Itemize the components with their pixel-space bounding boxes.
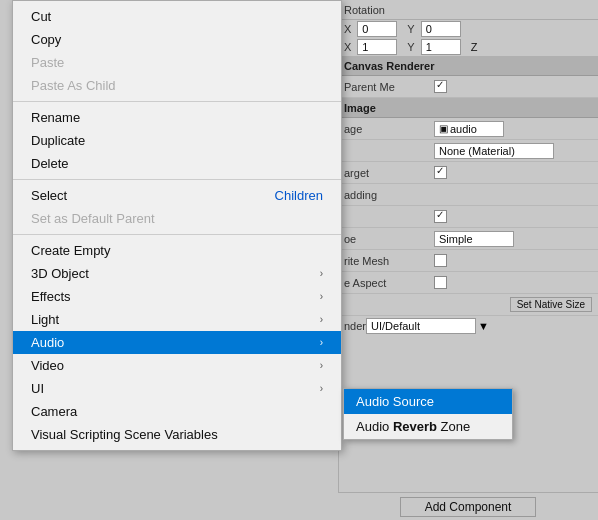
type-label: oe: [344, 233, 434, 245]
image-row: age ▣ audio: [338, 118, 598, 140]
menu-label-camera: Camera: [31, 404, 77, 419]
menu-item-delete[interactable]: Delete: [13, 152, 341, 175]
padding-row: adding: [338, 184, 598, 206]
ui-default-row: nder UI/Default ▼: [338, 316, 598, 336]
material-value[interactable]: None (Material): [434, 143, 554, 159]
context-menu: CutCopyPastePaste As ChildRenameDuplicat…: [12, 0, 342, 451]
coord-row-1: X 0 Y 0: [338, 20, 598, 38]
menu-item-select-children[interactable]: Select Children: [13, 184, 341, 207]
menu-item-cut[interactable]: Cut: [13, 5, 341, 28]
menu-label-cut: Cut: [31, 9, 51, 24]
menu-item-audio[interactable]: Audio›: [13, 331, 341, 354]
parent-mesh-label: Parent Me: [344, 81, 434, 93]
image-value[interactable]: ▣ audio: [434, 121, 504, 137]
z-label: Z: [471, 41, 478, 53]
y-label-1: Y: [407, 23, 414, 35]
ui-default-label: nder: [344, 320, 366, 332]
menu-item-camera[interactable]: Camera: [13, 400, 341, 423]
menu-item-visual-scripting[interactable]: Visual Scripting Scene Variables: [13, 423, 341, 446]
menu-item-effects[interactable]: Effects›: [13, 285, 341, 308]
target-checkbox[interactable]: [434, 166, 447, 179]
image-label: age: [344, 123, 434, 135]
menu-item-rename[interactable]: Rename: [13, 106, 341, 129]
select-blue-label: Children: [275, 188, 323, 203]
submenu-arrow-icon: ›: [320, 314, 323, 325]
submenu-arrow-icon: ›: [320, 291, 323, 302]
use-aspect-row: e Aspect: [338, 272, 598, 294]
add-component-button[interactable]: Add Component: [400, 497, 537, 517]
checkbox-2[interactable]: [434, 210, 447, 223]
set-native-size-button[interactable]: Set Native Size: [510, 297, 592, 312]
y-value-2[interactable]: 1: [421, 39, 461, 55]
canvas-renderer-header: Canvas Renderer: [338, 56, 598, 76]
set-native-row: Set Native Size: [338, 294, 598, 316]
x-value-2[interactable]: 1: [357, 39, 397, 55]
reverb-label: Reverb: [393, 419, 437, 434]
submenu-arrow-icon: ›: [320, 360, 323, 371]
audio-submenu-item-audio-source[interactable]: Audio Source: [344, 389, 512, 414]
menu-item-create-empty[interactable]: Create Empty: [13, 239, 341, 262]
audio-submenu-item-audio-reverb-zone[interactable]: Audio Reverb Zone: [344, 414, 512, 439]
menu-label-create-empty: Create Empty: [31, 243, 110, 258]
x-label-2: X: [344, 41, 351, 53]
menu-separator: [13, 101, 341, 102]
add-component-row: Add Component: [338, 492, 598, 520]
y-value-1[interactable]: 0: [421, 21, 461, 37]
menu-separator: [13, 234, 341, 235]
write-mesh-checkbox[interactable]: [434, 254, 447, 267]
menu-item-set-default-parent: Set as Default Parent: [13, 207, 341, 230]
y-label-2: Y: [407, 41, 414, 53]
menu-label-duplicate: Duplicate: [31, 133, 85, 148]
padding-label: adding: [344, 189, 434, 201]
submenu-arrow-icon: ›: [320, 383, 323, 394]
use-aspect-checkbox[interactable]: [434, 276, 447, 289]
menu-item-duplicate[interactable]: Duplicate: [13, 129, 341, 152]
set-default-label: Set as Default Parent: [31, 211, 155, 226]
menu-label-delete: Delete: [31, 156, 69, 171]
menu-label-light: Light: [31, 312, 59, 327]
menu-label-rename: Rename: [31, 110, 80, 125]
audio-submenu: Audio SourceAudio Reverb Zone: [343, 388, 513, 440]
image-section-header: Image: [338, 98, 598, 118]
menu-item-video[interactable]: Video›: [13, 354, 341, 377]
rotation-row: Rotation: [338, 0, 598, 20]
type-value[interactable]: Simple: [434, 231, 514, 247]
material-row: None (Material): [338, 140, 598, 162]
menu-item-3d-object[interactable]: 3D Object›: [13, 262, 341, 285]
ui-default-value[interactable]: UI/Default: [366, 318, 476, 334]
menu-label-audio: Audio: [31, 335, 64, 350]
menu-label-ui: UI: [31, 381, 44, 396]
submenu-arrow-icon: ›: [320, 268, 323, 279]
menu-label-copy: Copy: [31, 32, 61, 47]
parent-mesh-row: Parent Me: [338, 76, 598, 98]
menu-label-effects: Effects: [31, 289, 71, 304]
zone-label: Zone: [441, 419, 471, 434]
target-row: arget: [338, 162, 598, 184]
menu-separator: [13, 179, 341, 180]
target-label: arget: [344, 167, 434, 179]
menu-item-paste-as-child: Paste As Child: [13, 74, 341, 97]
menu-label-paste: Paste: [31, 55, 64, 70]
inspector-panel: Rotation X 0 Y 0 X 1 Y 1 Z Canvas Render…: [338, 0, 598, 520]
write-mesh-label: rite Mesh: [344, 255, 434, 267]
menu-label-video: Video: [31, 358, 64, 373]
parent-mesh-checkbox[interactable]: [434, 80, 447, 93]
coord-row-2: X 1 Y 1 Z: [338, 38, 598, 56]
checkbox-row2: [338, 206, 598, 228]
x-label-1: X: [344, 23, 351, 35]
use-aspect-label: e Aspect: [344, 277, 434, 289]
menu-item-light[interactable]: Light›: [13, 308, 341, 331]
menu-item-ui[interactable]: UI›: [13, 377, 341, 400]
audio-submenu-label: Audio Source: [356, 394, 434, 409]
image-icon: ▣: [439, 123, 448, 134]
write-mesh-row: rite Mesh: [338, 250, 598, 272]
rotation-label: Rotation: [344, 4, 385, 16]
menu-item-copy[interactable]: Copy: [13, 28, 341, 51]
dropdown-arrow[interactable]: ▼: [478, 320, 489, 332]
menu-label-visual-scripting: Visual Scripting Scene Variables: [31, 427, 218, 442]
submenu-arrow-icon: ›: [320, 337, 323, 348]
menu-item-paste: Paste: [13, 51, 341, 74]
x-value-1[interactable]: 0: [357, 21, 397, 37]
audio-label: Audio: [356, 419, 389, 434]
menu-label-paste-as-child: Paste As Child: [31, 78, 116, 93]
